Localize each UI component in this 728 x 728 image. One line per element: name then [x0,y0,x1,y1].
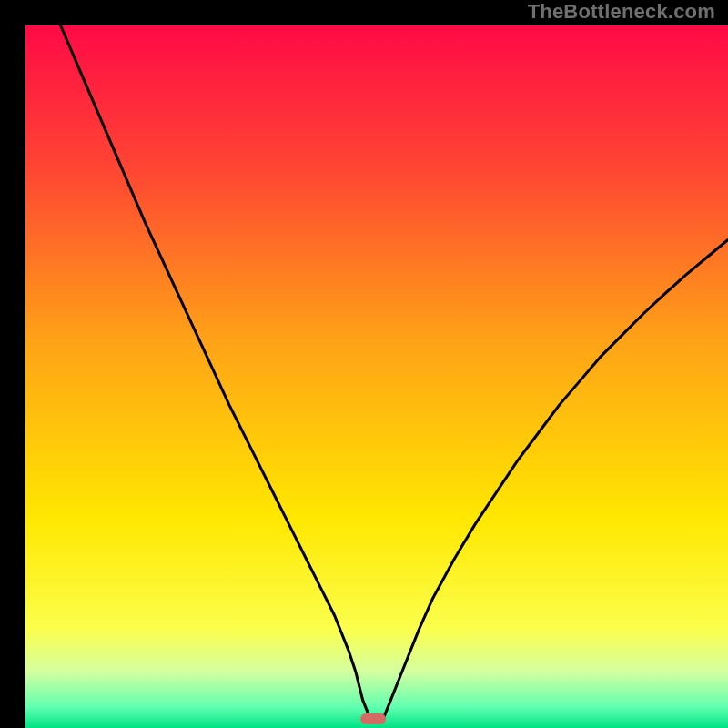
chart-frame [13,13,715,715]
chart-svg [25,25,728,728]
gradient-background [25,25,728,728]
watermark-text: TheBottleneck.com [528,0,715,24]
optimal-marker [360,713,386,724]
